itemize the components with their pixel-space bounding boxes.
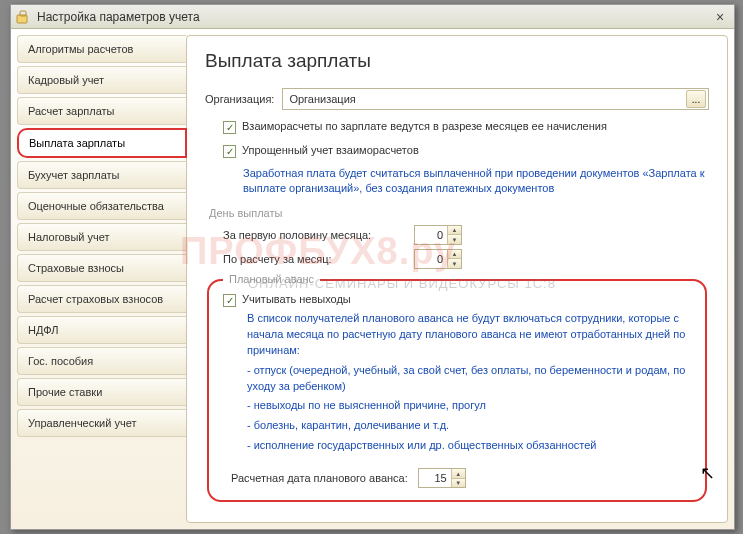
advance-date-value[interactable]: 15 bbox=[419, 469, 451, 487]
first-half-row: За первую половину месяца: 0 ▲ ▼ bbox=[223, 225, 709, 245]
planned-advance-title: Плановый аванс bbox=[223, 273, 320, 285]
advance-bullet-1: - невыходы по не выясненной причине, про… bbox=[247, 398, 693, 414]
sidebar-item-salary-accounting[interactable]: Бухучет зарплаты bbox=[17, 161, 187, 189]
checkbox-absences[interactable]: ✓ bbox=[223, 294, 236, 307]
payment-day-group-title: День выплаты bbox=[209, 207, 709, 219]
organization-field[interactable]: Организация ... bbox=[282, 88, 709, 110]
advance-date-row: Расчетная дата планового аванса: 15 ▲ ▼ bbox=[231, 468, 693, 488]
organization-row: Организация: Организация ... bbox=[205, 88, 709, 110]
titlebar: Настройка параметров учета × bbox=[11, 5, 734, 29]
app-icon bbox=[15, 9, 31, 25]
sidebar-item-salary-payment[interactable]: Выплата зарплаты bbox=[17, 128, 187, 158]
settings-window: Настройка параметров учета × Алгоритмы р… bbox=[10, 4, 735, 530]
by-calc-label: По расчету за месяц: bbox=[223, 253, 408, 265]
sidebar-item-tax[interactable]: Налоговый учет bbox=[17, 223, 187, 251]
planned-advance-group: Плановый аванс ✓ Учитывать невыходы В сп… bbox=[207, 279, 707, 503]
organization-label: Организация: bbox=[205, 93, 274, 105]
simplified-note: Заработная плата будет считаться выплаче… bbox=[243, 166, 709, 197]
organization-value: Организация bbox=[289, 93, 686, 105]
first-half-spinner[interactable]: 0 ▲ ▼ bbox=[414, 225, 462, 245]
sidebar: Алгоритмы расчетов Кадровый учет Расчет … bbox=[17, 35, 187, 523]
checkbox2-row: ✓ Упрощенный учет взаиморасчетов bbox=[223, 144, 709, 158]
first-half-label: За первую половину месяца: bbox=[223, 229, 408, 241]
page-heading: Выплата зарплаты bbox=[205, 50, 709, 72]
sidebar-item-estimates[interactable]: Оценочные обязательства bbox=[17, 192, 187, 220]
close-button[interactable]: × bbox=[710, 8, 730, 26]
spinner-down-icon[interactable]: ▼ bbox=[448, 259, 461, 268]
advance-bullet-0: - отпуск (очередной, учебный, за свой сч… bbox=[247, 363, 693, 395]
sidebar-item-benefits[interactable]: Гос. пособия bbox=[17, 347, 187, 375]
advance-date-spinner[interactable]: 15 ▲ ▼ bbox=[418, 468, 466, 488]
advance-bullet-2: - болезнь, карантин, долечивание и т.д. bbox=[247, 418, 693, 434]
spinner-down-icon[interactable]: ▼ bbox=[448, 235, 461, 244]
sidebar-item-management[interactable]: Управленческий учет bbox=[17, 409, 187, 437]
organization-select-button[interactable]: ... bbox=[686, 90, 706, 108]
sidebar-item-ndfl[interactable]: НДФЛ bbox=[17, 316, 187, 344]
sidebar-item-algorithms[interactable]: Алгоритмы расчетов bbox=[17, 35, 187, 63]
checkbox1-row: ✓ Взаиморасчеты по зарплате ведутся в ра… bbox=[223, 120, 709, 134]
spinner-up-icon[interactable]: ▲ bbox=[448, 226, 461, 236]
sidebar-item-salary-calc[interactable]: Расчет зарплаты bbox=[17, 97, 187, 125]
first-half-value[interactable]: 0 bbox=[415, 226, 447, 244]
sidebar-item-other-rates[interactable]: Прочие ставки bbox=[17, 378, 187, 406]
spinner-up-icon[interactable]: ▲ bbox=[452, 469, 465, 479]
sidebar-item-insurance[interactable]: Страховые взносы bbox=[17, 254, 187, 282]
checkbox-simplified[interactable]: ✓ bbox=[223, 145, 236, 158]
spinner-down-icon[interactable]: ▼ bbox=[452, 479, 465, 488]
advance-date-label: Расчетная дата планового аванса: bbox=[231, 472, 408, 484]
checkbox1-label: Взаиморасчеты по зарплате ведутся в разр… bbox=[242, 120, 607, 132]
sidebar-item-insurance-calc[interactable]: Расчет страховых взносов bbox=[17, 285, 187, 313]
advance-intro-text: В список получателей планового аванса не… bbox=[247, 311, 693, 359]
by-calc-row: По расчету за месяц: 0 ▲ ▼ bbox=[223, 249, 709, 269]
checkbox3-row: ✓ Учитывать невыходы bbox=[223, 293, 693, 307]
sidebar-item-personnel[interactable]: Кадровый учет bbox=[17, 66, 187, 94]
spinner-up-icon[interactable]: ▲ bbox=[448, 250, 461, 260]
checkbox3-label: Учитывать невыходы bbox=[242, 293, 351, 305]
by-calc-spinner[interactable]: 0 ▲ ▼ bbox=[414, 249, 462, 269]
checkbox2-label: Упрощенный учет взаиморасчетов bbox=[242, 144, 419, 156]
window-body: Алгоритмы расчетов Кадровый учет Расчет … bbox=[11, 29, 734, 529]
checkbox-monthly-settlements[interactable]: ✓ bbox=[223, 121, 236, 134]
advance-bullet-3: - исполнение государственных или др. общ… bbox=[247, 438, 693, 454]
content-panel: Выплата зарплаты Организация: Организаци… bbox=[186, 35, 728, 523]
by-calc-value[interactable]: 0 bbox=[415, 250, 447, 268]
window-title: Настройка параметров учета bbox=[37, 10, 710, 24]
